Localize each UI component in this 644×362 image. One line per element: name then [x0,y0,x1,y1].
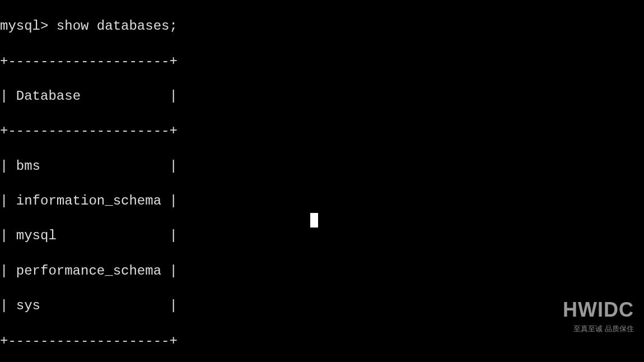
table-row: | mysql | [0,227,644,244]
terminal-output[interactable]: mysql> show databases; +----------------… [0,0,644,362]
table-row: | performance_schema | [0,262,644,280]
table-row: | information_schema | [0,192,644,210]
table-header-label: Database [16,89,81,104]
command-text: show databases; [57,18,178,34]
table-border: +--------------------+ [0,122,644,140]
floating-cursor-icon [310,213,318,228]
prompt: mysql> [0,18,48,34]
table-border: +--------------------+ [0,332,644,350]
table-header-row: | Database | [0,87,644,105]
watermark-logo: HWIDC [563,297,634,323]
prompt-line: mysql> show databases; [0,17,644,35]
watermark-tagline: 至真至诚 品质保住 [563,324,634,334]
table-row: | bms | [0,157,644,175]
watermark: HWIDC 至真至诚 品质保住 [563,297,634,334]
table-row: | sys | [0,297,644,314]
table-border: +--------------------+ [0,53,644,70]
